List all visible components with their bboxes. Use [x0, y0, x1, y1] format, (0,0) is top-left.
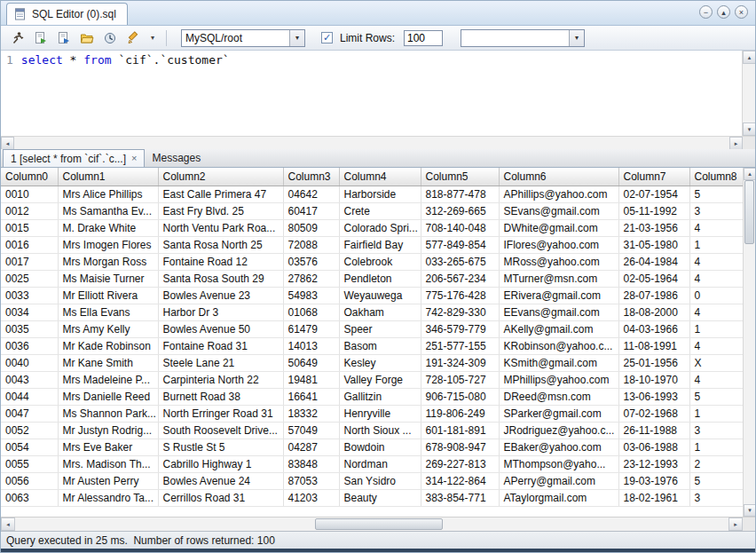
table-cell[interactable]: Fontaine Road 31	[158, 337, 283, 354]
table-cell[interactable]: 0035	[1, 320, 58, 337]
table-cell[interactable]: 0043	[1, 371, 58, 388]
table-cell[interactable]: Ms Samantha Ev...	[58, 202, 158, 219]
table-row[interactable]: 0017Mrs Morgan RossFontaine Road 1203576…	[1, 253, 743, 270]
table-cell[interactable]: 346-579-779	[421, 320, 499, 337]
table-cell[interactable]: APerry@gmail.com	[499, 472, 618, 489]
table-cell[interactable]: 251-577-155	[421, 337, 499, 354]
table-cell[interactable]: MRoss@yahoo.com	[499, 253, 618, 270]
close-icon[interactable]: ×	[131, 154, 137, 163]
table-cell[interactable]: 0063	[1, 489, 58, 506]
toolbar-overflow-button[interactable]: ▾	[146, 28, 159, 48]
table-cell[interactable]: 269-227-813	[421, 455, 499, 472]
edit-button[interactable]	[123, 28, 143, 48]
table-row[interactable]: 0054Mrs Eve BakerS Rustle St 504287Bowdo…	[1, 438, 743, 455]
table-cell[interactable]: Pendleton	[339, 270, 421, 287]
table-cell[interactable]: 14013	[283, 337, 339, 354]
run-sql-button[interactable]	[8, 28, 28, 48]
table-cell[interactable]: Mr Elliott Rivera	[58, 287, 158, 304]
table-cell[interactable]: X	[689, 354, 743, 371]
table-cell[interactable]: 5	[689, 388, 743, 405]
table-row[interactable]: 0063Mr Alessandro Ta...Cerrillos Road 31…	[1, 489, 743, 506]
column-header[interactable]: Column7	[618, 168, 689, 186]
run-script-button[interactable]	[54, 28, 74, 48]
table-cell[interactable]: 2	[689, 455, 743, 472]
table-row[interactable]: 0040Mr Kane SmithSteele Lane 2150649Kesl…	[1, 354, 743, 371]
column-header[interactable]: Column2	[158, 168, 283, 186]
table-cell[interactable]: SParker@gmail.com	[499, 405, 618, 422]
table-cell[interactable]: 4	[689, 270, 743, 287]
table-cell[interactable]: 314-122-864	[421, 472, 499, 489]
minimize-button[interactable]: −	[699, 5, 713, 19]
connection-combo[interactable]: MySQL/root ▾	[181, 29, 305, 47]
table-cell[interactable]: Colebrook	[339, 253, 421, 270]
table-cell[interactable]: 1	[689, 438, 743, 455]
table-cell[interactable]: 54983	[283, 287, 339, 304]
table-cell[interactable]: 27862	[283, 270, 339, 287]
table-cell[interactable]: 1	[689, 405, 743, 422]
table-cell[interactable]: ATaylorgmail.com	[499, 489, 618, 506]
table-cell[interactable]: 1	[689, 320, 743, 337]
table-row[interactable]: 0043Mrs Madeleine P...Carpinteria North …	[1, 371, 743, 388]
table-cell[interactable]: 0015	[1, 219, 58, 236]
table-cell[interactable]: 0017	[1, 253, 58, 270]
table-cell[interactable]: DWhite@gmail.com	[499, 219, 618, 236]
table-cell[interactable]: 0016	[1, 236, 58, 253]
table-cell[interactable]: Bowles Avenue 23	[158, 287, 283, 304]
run-statement-button[interactable]	[31, 28, 51, 48]
table-row[interactable]: 0034Ms Ella EvansHarbor Dr 301068Oakham7…	[1, 304, 743, 320]
table-cell[interactable]: 1	[689, 236, 743, 253]
table-cell[interactable]: 678-908-947	[421, 438, 499, 455]
table-cell[interactable]: APhillips@yahoo.com	[499, 186, 618, 202]
table-cell[interactable]: 4	[689, 253, 743, 270]
table-cell[interactable]: 033-265-675	[421, 253, 499, 270]
table-cell[interactable]: 23-12-1993	[618, 455, 689, 472]
table-cell[interactable]: Mrs Morgan Ross	[58, 253, 158, 270]
table-cell[interactable]: North Ventu Park Roa...	[158, 219, 283, 236]
table-cell[interactable]: 0025	[1, 270, 58, 287]
table-cell[interactable]: 4	[689, 337, 743, 354]
column-header[interactable]: Column5	[421, 168, 499, 186]
table-cell[interactable]: Oakham	[339, 304, 421, 320]
table-cell[interactable]: Ms Ella Evans	[58, 304, 158, 320]
open-file-button[interactable]	[77, 28, 97, 48]
table-cell[interactable]: 18-02-1961	[618, 489, 689, 506]
table-cell[interactable]: 728-105-727	[421, 371, 499, 388]
table-cell[interactable]: 02-07-1954	[618, 186, 689, 202]
table-cell[interactable]: Mr Kade Robinson	[58, 337, 158, 354]
table-cell[interactable]: 04642	[283, 186, 339, 202]
table-cell[interactable]: JRodriguez@yahoo.c...	[499, 422, 618, 438]
table-cell[interactable]: Bowdoin	[339, 438, 421, 455]
table-cell[interactable]: 4	[689, 304, 743, 320]
table-cell[interactable]: 41203	[283, 489, 339, 506]
table-row[interactable]: 0036Mr Kade RobinsonFontaine Road 311401…	[1, 337, 743, 354]
tab-result-set[interactable]: 1 [select * from `cif`.`c...] ×	[3, 149, 145, 167]
table-cell[interactable]: 19481	[283, 371, 339, 388]
table-cell[interactable]: 04287	[283, 438, 339, 455]
table-cell[interactable]: 80509	[283, 219, 339, 236]
table-cell[interactable]: 87053	[283, 472, 339, 489]
table-cell[interactable]: Mrs Eve Baker	[58, 438, 158, 455]
table-cell[interactable]: East Calle Primera 47	[158, 186, 283, 202]
table-cell[interactable]: 3	[689, 489, 743, 506]
table-cell[interactable]: 28-07-1986	[618, 287, 689, 304]
chevron-down-icon[interactable]: ▾	[569, 30, 584, 46]
results-horizontal-scrollbar[interactable]: ◂ ▸	[1, 517, 755, 531]
table-cell[interactable]: Mrs Alice Phillips	[58, 186, 158, 202]
scrollbar-thumb[interactable]	[315, 518, 444, 530]
table-cell[interactable]: Valley Forge	[339, 371, 421, 388]
table-cell[interactable]: 61479	[283, 320, 339, 337]
code-editor[interactable]: 1select * from `cif`.`customer`	[1, 51, 742, 136]
table-cell[interactable]: 18-10-1970	[618, 371, 689, 388]
table-cell[interactable]: Harborside	[339, 186, 421, 202]
table-cell[interactable]: Santa Rosa North 25	[158, 236, 283, 253]
table-cell[interactable]: 0056	[1, 472, 58, 489]
table-row[interactable]: 0033Mr Elliott RiveraBowles Avenue 23549…	[1, 287, 743, 304]
table-cell[interactable]: Mrs Imogen Flores	[58, 236, 158, 253]
table-cell[interactable]: 31-05-1980	[618, 236, 689, 253]
table-row[interactable]: 0055Mrs. Madison Th...Cabrillo Highway 1…	[1, 455, 743, 472]
table-cell[interactable]: 57049	[283, 422, 339, 438]
table-row[interactable]: 0047Ms Shannon Park...North Erringer Roa…	[1, 405, 743, 422]
table-cell[interactable]: 4	[689, 219, 743, 236]
secondary-combo[interactable]: ▾	[461, 29, 585, 47]
maximize-button[interactable]: ▴	[717, 5, 730, 19]
